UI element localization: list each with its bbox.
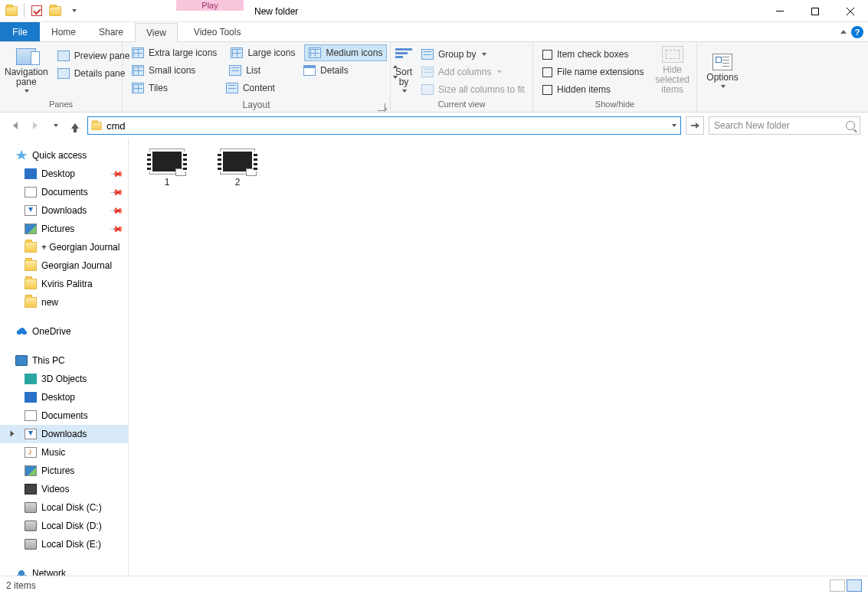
status-bar: 2 items	[0, 576, 868, 594]
tree-pc-local-disk-e-[interactable]: Local Disk (E:)	[0, 535, 128, 553]
navigation-pane-button[interactable]: Navigation pane	[5, 44, 48, 96]
disk-icon	[25, 521, 37, 531]
nav-history-button[interactable]	[47, 118, 63, 133]
details-pane-label: Details pane	[74, 68, 126, 79]
layout-medium[interactable]: Medium icons	[304, 44, 387, 61]
search-icon	[846, 121, 855, 130]
qat-separator	[24, 4, 25, 18]
ribbon: Navigation pane Preview pane Details pan…	[0, 42, 868, 113]
add-columns-button: Add columns	[417, 64, 529, 80]
group-label-panes: Panes	[5, 100, 117, 112]
group-label-current-view: Current view	[395, 100, 528, 112]
tree-this-pc[interactable]: This PC	[0, 351, 128, 370]
minimize-button[interactable]	[762, 0, 798, 22]
checkbox-icon	[542, 67, 552, 77]
nav-up-button[interactable]	[67, 118, 83, 133]
file-item-2[interactable]: 2	[215, 149, 260, 188]
layout-large[interactable]: Large icons	[226, 44, 300, 61]
folder-icon	[25, 279, 37, 289]
layout-dialog-launcher[interactable]	[378, 103, 385, 111]
video-thumbnail-icon	[150, 149, 184, 174]
tree-qa-documents[interactable]: Documents📌	[0, 183, 128, 201]
layout-extra-large[interactable]: Extra large icons	[127, 44, 221, 61]
file-item-1[interactable]: 1	[144, 149, 190, 188]
pin-icon: 📌	[109, 166, 123, 181]
tree-pc-music[interactable]: Music	[0, 443, 128, 462]
tab-home[interactable]: Home	[40, 22, 87, 41]
tree-pc-videos[interactable]: Videos	[0, 480, 128, 498]
file-name-extensions-toggle[interactable]: File name extensions	[538, 64, 648, 80]
tab-video-tools[interactable]: Video Tools	[182, 22, 253, 41]
pin-icon: 📌	[109, 203, 123, 217]
navigation-pane-icon	[16, 48, 36, 65]
view-details-toggle[interactable]	[830, 579, 845, 592]
folder-icon	[25, 242, 37, 253]
qat-customize-icon[interactable]	[65, 2, 82, 19]
details-icon	[303, 65, 316, 76]
tree-qa-georgian-journal[interactable]: Georgian Journal	[0, 256, 128, 275]
navigation-pane-label: Navigation pane	[5, 67, 48, 87]
address-bar[interactable]	[87, 116, 681, 135]
hidden-items-toggle[interactable]: Hidden items	[538, 81, 648, 98]
qat-newfolder-icon[interactable]	[47, 2, 64, 19]
tree-quick-access[interactable]: Quick access	[0, 146, 128, 165]
search-input[interactable]	[714, 120, 846, 131]
help-icon[interactable]: ?	[851, 26, 863, 38]
tree-pc-3d-objects[interactable]: 3D Objects	[0, 370, 128, 388]
file-tab[interactable]: File	[0, 22, 40, 41]
tree-qa-kviris-palitra[interactable]: Kviris Palitra	[0, 275, 128, 293]
item-check-boxes-toggle[interactable]: Item check boxes	[538, 46, 648, 63]
medium-icon	[309, 47, 321, 58]
address-history-dropdown[interactable]	[667, 124, 680, 127]
tree-onedrive[interactable]: OneDrive	[0, 322, 128, 341]
layout-scroll-up-icon[interactable]	[393, 65, 398, 68]
pic-icon	[25, 224, 37, 234]
hide-selected-icon	[662, 46, 683, 63]
add-columns-icon	[421, 67, 434, 77]
sort-icon	[395, 48, 412, 65]
layout-small[interactable]: Small icons	[127, 62, 200, 79]
layout-details[interactable]: Details	[299, 62, 353, 79]
tree-pc-pictures[interactable]: Pictures	[0, 462, 128, 480]
tree-pc-desktop[interactable]: Desktop	[0, 388, 128, 406]
tree-pc-local-disk-d-[interactable]: Local Disk (D:)	[0, 517, 128, 535]
folder-icon	[25, 297, 37, 308]
tree-pc-local-disk-c-[interactable]: Local Disk (C:)	[0, 498, 128, 517]
layout-tiles[interactable]: Tiles	[127, 80, 172, 96]
tree-qa-desktop[interactable]: Desktop📌	[0, 165, 128, 183]
options-button[interactable]: Options	[702, 44, 743, 96]
close-button[interactable]	[833, 0, 868, 22]
nav-back-button[interactable]	[8, 118, 23, 133]
go-button[interactable]	[686, 116, 704, 135]
this-pc-icon	[15, 355, 28, 366]
tree-qa-new[interactable]: new	[0, 293, 128, 312]
checkbox-icon	[542, 50, 552, 60]
chevron-down-icon	[482, 53, 486, 56]
search-box[interactable]	[709, 116, 860, 135]
sort-by-button[interactable]: Sort by	[395, 44, 412, 96]
address-input[interactable]	[105, 120, 667, 132]
tree-qa-pictures[interactable]: Pictures📌	[0, 220, 128, 238]
tree-network[interactable]: Network	[0, 564, 128, 576]
navigation-tree[interactable]: Quick access Desktop📌Documents📌Downloads…	[0, 139, 129, 576]
file-list[interactable]: 12	[129, 139, 868, 576]
tree-qa-downloads[interactable]: Downloads📌	[0, 201, 128, 220]
group-by-button[interactable]: Group by	[417, 46, 529, 63]
ribbon-collapse-icon[interactable]	[840, 30, 847, 34]
view-icons-toggle[interactable]	[847, 579, 862, 592]
group-label-show-hide: Show/hide	[538, 100, 692, 112]
tab-share[interactable]: Share	[87, 22, 135, 41]
layout-list[interactable]: List	[224, 62, 265, 79]
app-folder-icon	[3, 2, 20, 19]
checkbox-icon	[542, 85, 552, 95]
tree-pc-documents[interactable]: Documents	[0, 406, 128, 425]
chevron-down-icon	[721, 85, 726, 88]
file-name: 2	[235, 177, 241, 188]
tree-pc-downloads[interactable]: Downloads	[0, 425, 128, 443]
svg-rect-0	[776, 11, 784, 11]
tab-view[interactable]: View	[135, 23, 178, 42]
maximize-button[interactable]	[798, 0, 833, 22]
qat-properties-icon[interactable]	[28, 2, 45, 19]
layout-content[interactable]: Content	[221, 80, 280, 96]
tree-qa--georgian-journal[interactable]: + Georgian Journal	[0, 238, 128, 256]
